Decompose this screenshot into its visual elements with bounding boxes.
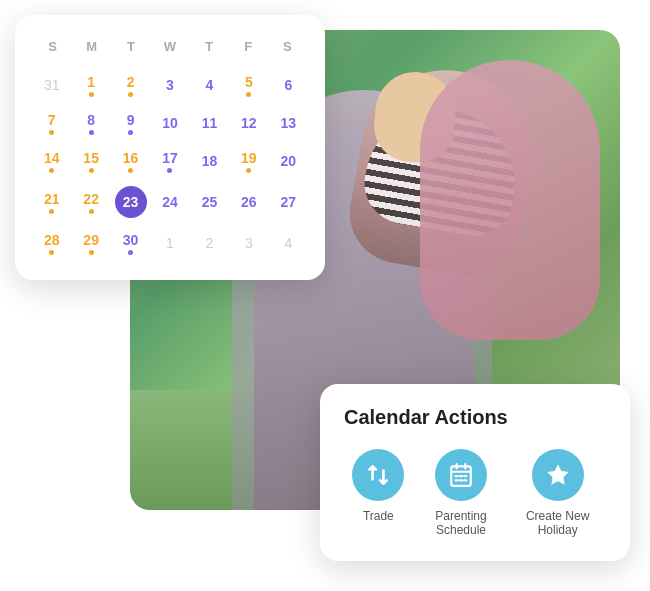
cal-day[interactable]: 10 — [151, 104, 188, 140]
cal-day[interactable]: 29 — [72, 224, 109, 260]
cal-day[interactable]: 27 — [270, 180, 307, 222]
cal-day[interactable]: 2 — [191, 224, 228, 260]
cal-day[interactable]: 18 — [191, 142, 228, 178]
dot — [128, 92, 133, 97]
cal-day[interactable]: 28 — [33, 224, 70, 260]
day-label-s2: S — [268, 35, 307, 58]
cal-day[interactable]: 11 — [191, 104, 228, 140]
cal-day[interactable]: 2 — [112, 66, 149, 102]
dot — [246, 92, 251, 97]
cal-day[interactable]: 20 — [270, 142, 307, 178]
dot — [49, 209, 54, 214]
calendar-card: S M T W T F S 31 1 2 3 4 5 6 7 8 9 10 11… — [15, 15, 325, 280]
action-parenting-schedule[interactable]: Parenting Schedule — [421, 449, 501, 537]
day-label-m: M — [72, 35, 111, 58]
cal-day[interactable]: 14 — [33, 142, 70, 178]
create-holiday-label: Create New Holiday — [518, 509, 598, 537]
cal-day[interactable]: 16 — [112, 142, 149, 178]
cal-day[interactable]: 9 — [112, 104, 149, 140]
actions-row: Trade Parenting Schedule Create New — [344, 449, 606, 537]
action-trade[interactable]: Trade — [352, 449, 404, 523]
actions-card: Calendar Actions Trade Parenting Sche — [320, 384, 630, 561]
dot — [89, 209, 94, 214]
parenting-schedule-label: Parenting Schedule — [421, 509, 501, 537]
dot — [167, 168, 172, 173]
dot — [128, 168, 133, 173]
cal-day[interactable]: 26 — [230, 180, 267, 222]
star-icon — [532, 449, 584, 501]
cal-day[interactable]: 31 — [33, 66, 70, 102]
actions-title: Calendar Actions — [344, 406, 606, 429]
cal-day[interactable]: 13 — [270, 104, 307, 140]
cal-day[interactable]: 1 — [72, 66, 109, 102]
dot — [49, 130, 54, 135]
cal-day[interactable]: 6 — [270, 66, 307, 102]
day-label-w: W — [150, 35, 189, 58]
day-label-t1: T — [111, 35, 150, 58]
dot — [49, 168, 54, 173]
cal-day[interactable]: 8 — [72, 104, 109, 140]
cal-day[interactable]: 21 — [33, 180, 70, 222]
cal-day[interactable]: 25 — [191, 180, 228, 222]
cal-day-today[interactable]: 23 — [112, 180, 149, 222]
cal-day[interactable]: 7 — [33, 104, 70, 140]
action-create-holiday[interactable]: Create New Holiday — [518, 449, 598, 537]
cal-day[interactable]: 12 — [230, 104, 267, 140]
dot — [128, 130, 133, 135]
cal-day[interactable]: 30 — [112, 224, 149, 260]
cal-day[interactable]: 3 — [230, 224, 267, 260]
day-label-f: F — [229, 35, 268, 58]
cal-day[interactable]: 4 — [270, 224, 307, 260]
trade-icon — [352, 449, 404, 501]
cal-day[interactable]: 1 — [151, 224, 188, 260]
cal-day[interactable]: 3 — [151, 66, 188, 102]
dot — [49, 250, 54, 255]
calendar-grid: 31 1 2 3 4 5 6 7 8 9 10 11 12 13 14 15 1… — [33, 66, 307, 260]
cal-day[interactable]: 24 — [151, 180, 188, 222]
cal-day[interactable]: 22 — [72, 180, 109, 222]
scene: S M T W T F S 31 1 2 3 4 5 6 7 8 9 10 11… — [0, 0, 650, 591]
dot — [89, 168, 94, 173]
cal-day[interactable]: 4 — [191, 66, 228, 102]
cal-day[interactable]: 19 — [230, 142, 267, 178]
dot — [246, 168, 251, 173]
dot — [89, 130, 94, 135]
cal-day[interactable]: 5 — [230, 66, 267, 102]
day-label-t2: T — [190, 35, 229, 58]
dot — [89, 92, 94, 97]
cal-day[interactable]: 15 — [72, 142, 109, 178]
dot — [89, 250, 94, 255]
dot — [128, 250, 133, 255]
calendar-header: S M T W T F S — [33, 35, 307, 58]
day-label-s1: S — [33, 35, 72, 58]
calendar-icon — [435, 449, 487, 501]
trade-label: Trade — [363, 509, 394, 523]
cal-day[interactable]: 17 — [151, 142, 188, 178]
